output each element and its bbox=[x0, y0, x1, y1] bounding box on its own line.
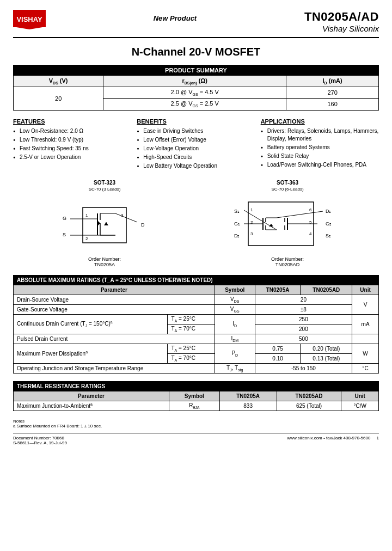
val-pd-25ad: 0.20 (Total) bbox=[301, 344, 352, 353]
thermal-unit: °C/W bbox=[341, 401, 379, 411]
sot323-sub: SC-70 (3 Leads) bbox=[45, 187, 164, 192]
id-header: ID (mA) bbox=[286, 76, 379, 87]
order-label-1: Order Number: TN0205A bbox=[45, 256, 164, 267]
svg-text:S₁: S₁ bbox=[234, 209, 240, 214]
thermal-val-ad: 625 (Total) bbox=[277, 401, 341, 411]
sym-tj: TJ, Tstg bbox=[215, 363, 255, 373]
unit-v: V bbox=[352, 295, 379, 314]
cond-pd-70: TA = 70°C bbox=[168, 353, 215, 363]
val-vds: 20 bbox=[255, 295, 352, 304]
applications-list: Drivers: Relays, Solenoids, Lamps, Hamme… bbox=[261, 127, 379, 169]
svg-marker-36 bbox=[269, 224, 273, 226]
page-header: VISHAY New Product TN0205A/AD Vishay Sil… bbox=[13, 10, 379, 38]
application-item: Battery operated Systems bbox=[261, 144, 379, 151]
vds-value: 20 bbox=[14, 87, 103, 110]
thermal-param-header: Parameter bbox=[14, 391, 169, 401]
features-benefits-apps: FEATURES Low On-Resistance: 2.0 Ω Low Th… bbox=[13, 118, 379, 171]
svg-text:S₂: S₂ bbox=[326, 233, 331, 238]
table-row: Drain-Source Voltage VDS 20 V bbox=[14, 295, 379, 304]
abs-max-table: ABSOLUTE MAXIMUM RATINGS (T_A = 25°C UNL… bbox=[13, 275, 379, 374]
footer-left: Document Number: 70868 S-58611—Rev. A, 1… bbox=[13, 436, 67, 445]
benefit-item: Low Battery Voltage Operation bbox=[137, 162, 255, 170]
thermal-val-a: 833 bbox=[219, 401, 277, 411]
svg-text:6: 6 bbox=[309, 207, 312, 212]
val-pd-70ad: 0.13 (Total) bbox=[301, 353, 352, 363]
sym-idm: IDM bbox=[215, 334, 255, 344]
benefits-col: BENEFITS Ease in Driving Switches Low Of… bbox=[137, 118, 255, 171]
sot363-package: SOT-363 bbox=[228, 180, 347, 186]
svg-text:G₂: G₂ bbox=[326, 221, 332, 226]
svg-text:VISHAY: VISHAY bbox=[16, 15, 42, 23]
unit-ma: mA bbox=[352, 314, 379, 334]
benefit-item: Low Offset (Error) Voltage bbox=[137, 136, 255, 144]
param-drain-source: Drain-Source Voltage bbox=[14, 295, 215, 304]
thermal-ad-header: TN0205AD bbox=[277, 391, 341, 401]
svg-text:3: 3 bbox=[250, 231, 253, 236]
abs-max-header: ABSOLUTE MAXIMUM RATINGS (T_A = 25°C UNL… bbox=[14, 275, 379, 285]
benefit-item: Ease in Driving Switches bbox=[137, 127, 255, 135]
val-pd-25a: 0.75 bbox=[255, 344, 301, 353]
table-row: Pulsed Drain Current IDM 500 bbox=[14, 334, 379, 344]
svg-text:D₁: D₁ bbox=[326, 209, 332, 214]
feature-item: 2.5-V or Lower Operation bbox=[13, 154, 131, 161]
logo-area: VISHAY bbox=[13, 10, 46, 34]
page-footer: Document Number: 70868 S-58611—Rev. A, 1… bbox=[13, 433, 379, 445]
unit-empty bbox=[352, 334, 379, 344]
revision: S-58611—Rev. A, 19-Jul-99 bbox=[13, 440, 67, 445]
vishay-logo: VISHAY bbox=[13, 10, 46, 34]
sot363-diagram: SOT-363 SC-70 (6-Leads) S₁ G₁ D₂ D₁ G₂ S… bbox=[228, 180, 347, 267]
applications-title: APPLICATIONS bbox=[261, 118, 379, 125]
main-title: N-Channel 20-V MOSFET bbox=[13, 46, 379, 58]
product-summary-table: PRODUCT SUMMARY VDS (V) rDS(on) (Ω) ID (… bbox=[13, 65, 379, 111]
thermal-table: THERMAL RESISTANCE RATINGS Parameter Sym… bbox=[13, 381, 379, 411]
order-label-2: Order Number: TN0205AD bbox=[228, 256, 347, 267]
svg-text:S: S bbox=[63, 232, 66, 237]
note-item: a Surface Mounted on FR4 Board: 1 ± 10 s… bbox=[13, 424, 379, 428]
doc-number: Document Number: 70868 bbox=[13, 436, 67, 440]
diagrams-section: SOT-323 SC-70 (3 Leads) G S D bbox=[13, 180, 379, 267]
notes-section: Notes a Surface Mounted on FR4 Board: 1 … bbox=[13, 419, 379, 428]
applications-col: APPLICATIONS Drivers: Relays, Solenoids,… bbox=[261, 118, 379, 171]
table-row: Operating Junction and Storage Temperatu… bbox=[14, 363, 379, 373]
svg-marker-16 bbox=[104, 222, 108, 225]
svg-text:D: D bbox=[141, 222, 145, 228]
param-junction-temp: Operating Junction and Storage Temperatu… bbox=[14, 363, 215, 373]
unit-col-header: Unit bbox=[352, 285, 379, 295]
thermal-sym: RθJA bbox=[169, 401, 219, 411]
notes-label: Notes bbox=[13, 419, 379, 424]
new-product-label: New Product bbox=[154, 14, 197, 22]
val-id-70: 200 bbox=[255, 324, 352, 334]
param-col-header: Parameter bbox=[14, 285, 215, 295]
header-right: TN0205A/AD Vishay Siliconix bbox=[304, 10, 379, 33]
table-row: Maximum Junction-to-Ambienta RθJA 833 62… bbox=[14, 401, 379, 411]
sot323-package: SOT-323 bbox=[45, 180, 164, 186]
cond-70c: TA = 70°C bbox=[168, 324, 215, 334]
cond-25c: TA = 25°C bbox=[168, 314, 215, 324]
application-item: Solid State Relay bbox=[261, 152, 379, 160]
val-id-25: 250 bbox=[255, 314, 352, 324]
svg-line-33 bbox=[277, 211, 323, 218]
svg-text:3: 3 bbox=[121, 213, 124, 218]
val-pd-70a: 0.10 bbox=[255, 353, 301, 363]
page-number: 1 bbox=[377, 436, 379, 440]
features-title: FEATURES bbox=[13, 118, 131, 125]
sot323-diagram: SOT-323 SC-70 (3 Leads) G S D bbox=[45, 180, 164, 267]
symbol-col-header: Symbol bbox=[215, 285, 255, 295]
param-power-diss: Maximum Power Dissipationa bbox=[14, 344, 168, 363]
company-name: Vishay Siliconix bbox=[304, 24, 379, 33]
svg-text:4: 4 bbox=[309, 231, 312, 236]
svg-text:G: G bbox=[63, 216, 66, 221]
rds1-value: 2.0 @ VGS = 4.5 V bbox=[103, 87, 286, 99]
svg-text:5: 5 bbox=[309, 220, 312, 225]
val-vgs: ±8 bbox=[255, 304, 352, 314]
sot323-svg: G S D 1 2 3 bbox=[58, 194, 151, 254]
sym-vgs: VGS bbox=[215, 304, 255, 314]
id2-value: 160 bbox=[286, 99, 379, 110]
svg-text:1: 1 bbox=[250, 207, 253, 212]
svg-text:2: 2 bbox=[85, 236, 88, 241]
unit-c: °C bbox=[352, 363, 379, 373]
id1-value: 270 bbox=[286, 87, 379, 99]
rds-header: rDS(on) (Ω) bbox=[103, 76, 286, 87]
feature-item: Low On-Resistance: 2.0 Ω bbox=[13, 127, 131, 135]
thermal-header: THERMAL RESISTANCE RATINGS bbox=[14, 381, 379, 391]
